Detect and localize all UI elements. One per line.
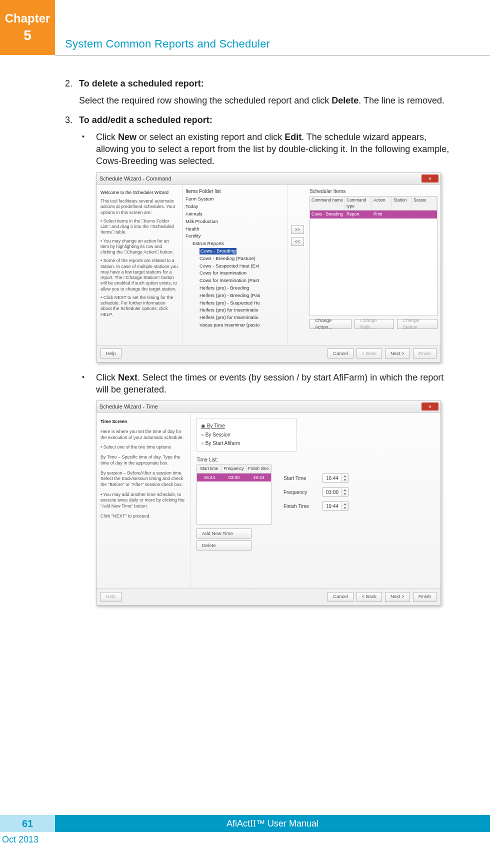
dlg1-intro: This tool facilitates several automatic …: [100, 198, 178, 216]
frequency-field: Frequency 03:00▲▼: [284, 488, 348, 496]
close-icon[interactable]: ×: [422, 174, 438, 182]
radio-by-start-afifarm[interactable]: By Start Afifarm: [201, 439, 292, 448]
cancel-button[interactable]: Cancel: [328, 592, 354, 602]
chevron-down-icon[interactable]: ▼: [342, 478, 348, 482]
time-grid: Start time Frequency Finish time 16:44 0…: [196, 464, 434, 550]
tree-item[interactable]: Cows for Insemination (Past: [186, 277, 287, 284]
chevron-down-icon[interactable]: ▼: [342, 492, 348, 496]
chevron-up-icon[interactable]: ▲: [342, 474, 348, 478]
bullet-1-bold1: New: [118, 132, 136, 142]
dialog2-titlebar[interactable]: Schedule Wizard - Time ×: [96, 401, 440, 413]
section-title: System Common Reports and Scheduler: [65, 38, 270, 50]
scheduler-items-label: Scheduler Items: [310, 188, 438, 195]
change-station-button[interactable]: Change Station: [397, 319, 438, 329]
chevron-up-icon[interactable]: ▲: [342, 488, 348, 492]
td-command-name: Cows - Breeding: [310, 210, 345, 218]
tree-item[interactable]: Health: [186, 226, 287, 233]
finish-time-spinner[interactable]: 19:44▲▼: [322, 502, 348, 510]
dlg1-tip3: • Some of the reports are related to a s…: [100, 258, 178, 292]
th-start: Start time: [197, 465, 222, 472]
step-2-title: To delete a scheduled report:: [79, 78, 450, 90]
time-list-table[interactable]: Start time Frequency Finish time 16:44 0…: [196, 464, 272, 524]
tree-item[interactable]: Heifers (pre) for Inseminatio: [186, 314, 287, 322]
dlg1-tip4: • Click NEXT to set the timing for the s…: [100, 295, 178, 318]
radio-by-time[interactable]: By Time: [201, 422, 292, 430]
step-3-title: To add/edit a scheduled report:: [79, 114, 450, 126]
help-button[interactable]: Help: [100, 592, 122, 602]
start-time-label: Start Time: [284, 475, 318, 482]
section-divider: [55, 55, 490, 56]
next-button[interactable]: Next >: [385, 348, 410, 358]
dialog2-body: Time Screen Here is where you set the ti…: [96, 413, 440, 588]
tree-item[interactable]: Cows - Suspected Heat (Ext: [186, 262, 287, 270]
add-new-time-button[interactable]: Add New Time: [196, 528, 252, 538]
start-time-value: 16:44: [323, 475, 342, 482]
close-icon[interactable]: ×: [422, 402, 438, 410]
dialog1-title: Schedule Wizard - Command: [100, 175, 172, 182]
table-header-row: Command name Command type Action Station…: [310, 196, 437, 210]
step-3: 3. To add/edit a scheduled report:: [65, 114, 450, 126]
footer-title-post: ™ User Manual: [256, 818, 318, 829]
table-row[interactable]: Cows - Breeding Report Print: [310, 210, 437, 218]
th-command-type: Command type: [345, 196, 372, 210]
bullet-2-text: Click Next. Select the times or events (…: [96, 372, 450, 396]
bullet-2-bold: Next: [118, 372, 138, 382]
items-folder-label: Items Folder list: [186, 188, 287, 195]
tree-item[interactable]: Heifers (pre) for Inseminatio: [186, 306, 287, 314]
tree-item[interactable]: Animals: [186, 210, 287, 218]
move-left-button[interactable]: <<: [291, 237, 304, 246]
finish-time-label: Finish Time: [284, 503, 318, 510]
back-button[interactable]: < Back: [356, 592, 382, 602]
tree-item[interactable]: Cows for Insemination: [186, 270, 287, 277]
items-tree[interactable]: Farm System Today Animals Milk Productio…: [186, 196, 287, 329]
frequency-label: Frequency: [284, 489, 318, 496]
tree-item[interactable]: Milk Production: [186, 218, 287, 226]
chevron-up-icon[interactable]: ▲: [342, 502, 348, 506]
move-right-button[interactable]: >>: [291, 225, 304, 234]
start-time-spinner[interactable]: 16:44▲▼: [322, 474, 348, 482]
move-buttons: >> <<: [288, 185, 308, 345]
finish-button[interactable]: Finish: [413, 592, 436, 602]
time-list-row[interactable]: 16:44 03:00 19:44: [197, 474, 271, 482]
back-button[interactable]: < Back: [356, 348, 382, 358]
td-station: [392, 210, 412, 218]
bullet-1-dot: •: [82, 131, 96, 168]
chevron-down-icon[interactable]: ▼: [342, 506, 348, 510]
dlg2-bytime: By Time – Specific time of day. Type the…: [100, 454, 186, 466]
finish-time-field: Finish Time 19:44▲▼: [284, 502, 348, 510]
dialog1-titlebar[interactable]: Schedule Wizard - Command ×: [96, 173, 440, 185]
chapter-label: Chapter: [5, 12, 50, 26]
th-finish: Finish time: [246, 465, 271, 472]
tree-item[interactable]: Heifers (pre) - Suspected He: [186, 300, 287, 307]
scheduler-items-table[interactable]: Command name Command type Action Station…: [310, 196, 438, 316]
tree-item-selected[interactable]: Cows - Breeding: [186, 248, 287, 255]
dialog2-title: Schedule Wizard - Time: [100, 403, 158, 410]
schedule-wizard-time-dialog: Schedule Wizard - Time × Time Screen Her…: [96, 400, 441, 606]
th-freq: Frequency: [222, 465, 246, 472]
tree-item[interactable]: Vacas para inseminar (pasto: [186, 322, 287, 329]
chapter-number: 5: [24, 28, 32, 44]
next-button[interactable]: Next >: [385, 592, 410, 602]
tree-item[interactable]: Cows - Breeding (Pasture): [186, 255, 287, 262]
dlg2-intro: Here is where you set the time of day fo…: [100, 429, 186, 440]
delete-time-button[interactable]: Delete: [196, 540, 252, 550]
tree-item[interactable]: Estrus Reports: [186, 240, 287, 248]
chapter-tab: Chapter 5: [0, 0, 55, 55]
dialog1-body: Welcome to the Scheduler Wizard This too…: [96, 185, 440, 345]
tree-item[interactable]: Today: [186, 203, 287, 210]
tree-item[interactable]: Farm System: [186, 196, 287, 203]
tree-item[interactable]: Fertility: [186, 232, 287, 240]
footer-title-roman: II: [250, 818, 256, 829]
scheduler-items-panel: Scheduler Items Command name Command typ…: [308, 185, 440, 345]
change-action-button[interactable]: Change Action...: [310, 319, 352, 329]
cancel-button[interactable]: Cancel: [328, 348, 354, 358]
frequency-spinner[interactable]: 03:00▲▼: [322, 488, 348, 496]
radio-by-session[interactable]: By Session: [201, 430, 292, 440]
tree-item[interactable]: Heifers (pre) - Breeding: [186, 284, 287, 292]
help-button[interactable]: Help: [100, 348, 122, 358]
finish-button[interactable]: Finish: [413, 348, 436, 358]
tree-item[interactable]: Heifers (pre) - Breeding (Pas: [186, 292, 287, 300]
change-path-button[interactable]: Change Path...: [354, 319, 394, 329]
tree-item-selected-text: Cows - Breeding: [200, 248, 236, 254]
time-list-buttons: Add New Time Delete: [196, 528, 252, 550]
